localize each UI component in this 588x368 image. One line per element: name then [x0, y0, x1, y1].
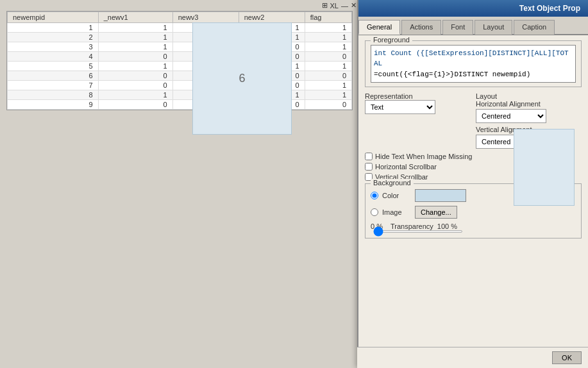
bg-options-row: Color Image Change... 0 % Transparency 1…: [371, 189, 576, 233]
tab-actions[interactable]: Actions: [401, 20, 441, 35]
foreground-section: Foreground int Count ({[SetExpression][D…: [365, 40, 582, 87]
xl-icon[interactable]: XL: [330, 2, 339, 10]
tab-layout[interactable]: Layout: [475, 20, 512, 35]
horiz-scrollbar-label: Horizontal Scrollbar: [375, 163, 437, 171]
dialog-footer: OK: [357, 347, 588, 368]
dialog-titlebar: Text Object Prop: [358, 0, 588, 17]
table-row: 70101: [8, 81, 352, 90]
table-cell: 1: [305, 42, 351, 52]
table-cell: 4: [8, 52, 99, 62]
table-cell: 7: [8, 81, 99, 90]
expression-line2: =count({<flag={1}>}DISTINCT newempid): [374, 71, 530, 78]
table-cell: 1: [98, 90, 172, 100]
minimize-icon[interactable]: —: [341, 2, 348, 10]
table-row: 81111: [8, 90, 352, 100]
transparency-slider[interactable]: [373, 230, 463, 233]
tab-general[interactable]: General: [358, 20, 400, 35]
table-row: 51011: [8, 62, 352, 71]
table-row: 11111: [8, 23, 352, 33]
left-panel: ⊞ XL — ✕ newempid _newv1 newv3 newv2 fla…: [0, 0, 359, 368]
foreground-label: Foreground: [371, 36, 412, 44]
table-cell: 1: [305, 81, 351, 90]
hide-text-label: Hide Text When Image Missing: [375, 153, 472, 160]
color-radio-label: Color: [382, 192, 411, 199]
table-cell: 3: [8, 42, 99, 52]
table-cell: 1: [305, 23, 351, 33]
representation-label: Representation: [365, 92, 471, 100]
dialog-panel: Text Object Prop General Actions Font La…: [357, 0, 588, 368]
representation-section: Representation Text Image: [365, 92, 471, 149]
layout-label: Layout: [476, 92, 582, 100]
table-cell: 0: [305, 71, 351, 81]
table-cell: 1: [305, 33, 351, 42]
table-toolbar: ⊞ XL — ✕: [0, 0, 359, 11]
kpi-value: 6: [239, 72, 245, 85]
table-cell: 8: [8, 90, 99, 100]
tab-content-general: Foreground int Count ({[SetExpression][D…: [358, 35, 588, 249]
tab-bar: General Actions Font Layout Caption: [358, 17, 588, 35]
expression-area[interactable]: int Count ({[SetExpression][DISTINCT][AL…: [371, 45, 576, 83]
image-radio[interactable]: [371, 208, 378, 216]
bg-controls: Color Image Change... 0 % Transparency 1…: [371, 189, 466, 233]
table-row: 60000: [8, 71, 352, 81]
table-cell: 1: [98, 23, 172, 33]
table-cell: 6: [8, 71, 99, 81]
table-cell: 0: [98, 100, 172, 110]
col-newv3: newv3: [172, 12, 239, 23]
color-radio[interactable]: [371, 192, 378, 199]
col-flag: flag: [305, 12, 351, 23]
background-label: Background: [371, 179, 414, 187]
table-row: 21011: [8, 33, 352, 42]
table-cell: 5: [8, 62, 99, 71]
table-header-row: newempid _newv1 newv3 newv2 flag: [8, 12, 352, 23]
table-cell: 1: [98, 62, 172, 71]
kpi-chart-box: 6: [192, 22, 292, 135]
table-cell: 1: [305, 90, 351, 100]
hide-text-checkbox[interactable]: [365, 153, 373, 160]
tab-caption[interactable]: Caption: [514, 20, 555, 35]
data-table-container: newempid _newv1 newv3 newv2 flag 1111121…: [6, 11, 353, 110]
tab-font[interactable]: Font: [442, 20, 473, 35]
slider-container: [371, 230, 466, 233]
table-cell: 1: [98, 42, 172, 52]
background-section: Background Color Image Change...: [365, 183, 582, 238]
close-icon[interactable]: ✕: [351, 1, 357, 10]
col-newempid: newempid: [8, 12, 99, 23]
preview-box: [514, 129, 575, 206]
col-newv2: newv2: [239, 12, 305, 23]
image-radio-label: Image: [382, 208, 411, 216]
table-cell: 9: [8, 100, 99, 110]
data-table: newempid _newv1 newv3 newv2 flag 1111121…: [7, 12, 352, 110]
table-cell: 0: [305, 52, 351, 62]
color-swatch[interactable]: [415, 189, 466, 202]
image-radio-row: Image Change...: [371, 206, 466, 219]
table-cell: 0: [98, 52, 172, 62]
color-radio-row: Color: [371, 189, 466, 202]
representation-select[interactable]: Text Image: [365, 100, 435, 114]
table-cell: 2: [8, 33, 99, 42]
col-newv1: _newv1: [98, 12, 172, 23]
table-cell: 0: [305, 100, 351, 110]
table-cell: 0: [98, 71, 172, 81]
expression-tooltip: int Count ({[SetExpression][DISTINCT][AL…: [374, 49, 569, 67]
horiz-align-label: Horizontal Alignment: [476, 100, 582, 108]
table-icon[interactable]: ⊞: [322, 1, 328, 10]
table-row: 40000: [8, 52, 352, 62]
table-cell: 1: [305, 62, 351, 71]
horiz-scrollbar-checkbox[interactable]: [365, 163, 373, 171]
dialog-title: Text Object Prop: [519, 4, 580, 13]
table-cell: 1: [98, 33, 172, 42]
horiz-align-select[interactable]: Centered Left Right: [476, 109, 546, 123]
table-cell: 0: [98, 81, 172, 90]
ok-button[interactable]: OK: [552, 351, 582, 364]
table-row: 31001: [8, 42, 352, 52]
table-cell: 1: [8, 23, 99, 33]
table-row: 90000: [8, 100, 352, 110]
change-button[interactable]: Change...: [415, 206, 457, 219]
